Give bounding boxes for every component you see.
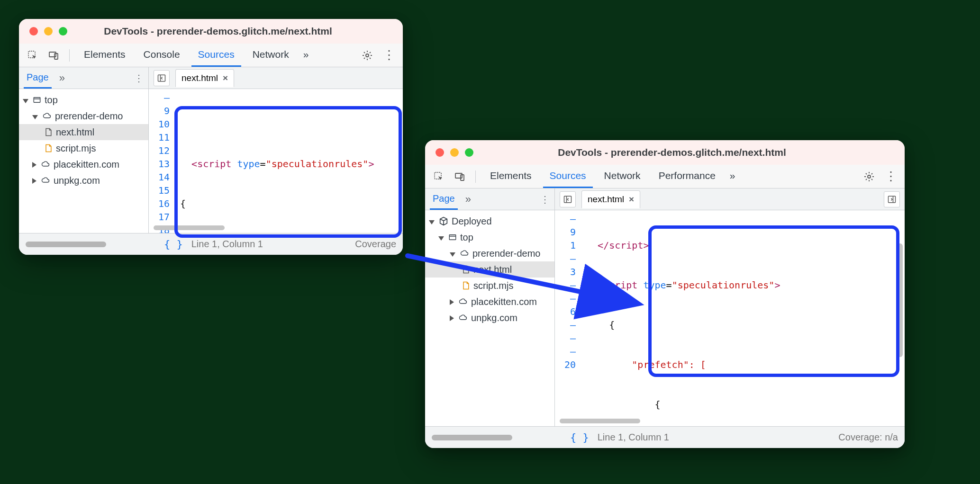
vertical-scrollbar[interactable] — [897, 243, 903, 357]
file-icon — [44, 143, 53, 153]
cursor-position: Line 1, Column 1 — [191, 239, 263, 250]
tab-sources[interactable]: Sources — [191, 44, 241, 67]
subtabs-overflow-icon[interactable]: » — [465, 193, 471, 206]
chevron-down-icon — [32, 111, 39, 122]
devtools-window-right: DevTools - prerender-demos.glitch.me/nex… — [425, 140, 905, 448]
horizontal-scrollbar[interactable] — [560, 419, 640, 423]
tree-item-script-mjs[interactable]: script.mjs — [425, 278, 554, 294]
window-title: DevTools - prerender-demos.glitch.me/nex… — [82, 26, 354, 37]
tab-elements[interactable]: Elements — [483, 165, 538, 188]
tree-item-unpkg[interactable]: unpkg.com — [425, 310, 554, 326]
tree-label: prerender-demo — [472, 248, 540, 259]
device-toolbar-icon[interactable] — [45, 47, 62, 63]
close-icon[interactable] — [29, 27, 38, 36]
gear-icon[interactable] — [359, 47, 375, 63]
tree-label: next.html — [473, 264, 512, 275]
svg-rect-6 — [34, 98, 40, 103]
tree-item-domain[interactable]: prerender-demo — [425, 245, 554, 261]
scrollbar-placeholder — [432, 435, 512, 440]
cloud-icon — [458, 314, 468, 322]
cloud-icon — [42, 112, 52, 120]
tree-label: top — [45, 95, 58, 106]
tree-item-script-mjs[interactable]: script.mjs — [19, 140, 148, 156]
horizontal-scrollbar[interactable] — [154, 225, 225, 230]
status-bar: { } Line 1, Column 1 Coverage: n/a — [425, 426, 905, 448]
page-tab[interactable]: Page — [24, 67, 52, 89]
cloud-icon — [458, 297, 468, 306]
tree-item-deployed[interactable]: Deployed — [425, 213, 554, 229]
subtabs-overflow-icon[interactable]: » — [59, 72, 65, 84]
tree-item-top[interactable]: top — [19, 92, 148, 108]
toggle-navigator-icon[interactable] — [154, 70, 170, 86]
code-editor[interactable]: – 9 10 11 12 13 14 15 16 17 18 19 – 20 — [149, 89, 403, 233]
tree-item-placekitten[interactable]: placekitten.com — [19, 156, 148, 172]
file-tab-next-html[interactable]: next.html × — [581, 190, 640, 208]
maximize-icon[interactable] — [59, 27, 67, 36]
file-icon — [44, 127, 53, 137]
window-icon — [32, 96, 42, 104]
tab-sources[interactable]: Sources — [543, 165, 593, 188]
kebab-icon[interactable]: ⋮ — [381, 47, 397, 63]
inspect-icon[interactable] — [431, 169, 447, 185]
page-tab[interactable]: Page — [430, 188, 458, 210]
tree-item-next-html[interactable]: next.html — [425, 261, 554, 278]
close-tab-icon[interactable]: × — [223, 73, 228, 83]
main-toolbar: Elements Sources Network Performance » ⋮ — [425, 165, 905, 188]
braces-icon[interactable]: { } — [164, 238, 183, 250]
line-gutter: – 9 10 11 12 13 14 15 16 17 18 19 – 20 — [149, 91, 174, 233]
tree-item-next-html[interactable]: next.html — [19, 124, 148, 140]
code-body: <script type="speculationrules"> { "pref… — [174, 91, 403, 233]
tree-item-domain[interactable]: prerender-demo — [19, 108, 148, 124]
coverage-status: Coverage: n/a — [838, 432, 898, 443]
file-tab-label: next.html — [588, 194, 624, 205]
window-icon — [448, 233, 457, 242]
titlebar: DevTools - prerender-demos.glitch.me/nex… — [19, 19, 403, 44]
tabs-overflow-icon[interactable]: » — [300, 44, 312, 67]
tree-label: top — [460, 232, 473, 243]
inspect-icon[interactable] — [25, 47, 41, 63]
code-editor[interactable]: – 9 1 – 3 – – 6 – – – 20 </script> <scri… — [555, 210, 905, 426]
tab-elements[interactable]: Elements — [77, 44, 132, 67]
chevron-down-icon — [23, 95, 29, 106]
file-tab-next-html[interactable]: next.html × — [175, 69, 234, 87]
svg-rect-1 — [49, 52, 56, 57]
tab-network[interactable]: Network — [246, 44, 296, 67]
minimize-icon[interactable] — [44, 27, 53, 36]
tree-label: Deployed — [452, 216, 492, 227]
main-toolbar: Elements Console Sources Network » ⋮ — [19, 44, 403, 67]
svg-rect-16 — [449, 235, 456, 240]
tree-item-top[interactable]: top — [425, 229, 554, 245]
file-icon — [461, 280, 471, 291]
maximize-icon[interactable] — [465, 148, 473, 157]
tab-console[interactable]: Console — [137, 44, 187, 67]
kebab-icon[interactable]: ⋮ — [883, 169, 899, 185]
tabs-overflow-icon[interactable]: » — [727, 165, 738, 188]
chevron-down-icon — [438, 232, 445, 243]
tree-label: next.html — [56, 127, 94, 138]
window-title: DevTools - prerender-demos.glitch.me/nex… — [488, 147, 856, 158]
file-tree: Deployed top prerender-demo next.html sc… — [425, 210, 555, 426]
chevron-right-icon — [450, 296, 455, 307]
close-icon[interactable] — [436, 148, 444, 157]
close-tab-icon[interactable]: × — [629, 194, 634, 205]
devtools-window-left: DevTools - prerender-demos.glitch.me/nex… — [19, 19, 403, 255]
tree-label: placekitten.com — [471, 296, 537, 307]
sources-subheader: Page » ⋮ next.html × — [19, 67, 403, 89]
tab-performance[interactable]: Performance — [652, 165, 722, 188]
kebab-icon[interactable]: ⋮ — [540, 194, 550, 205]
tab-network[interactable]: Network — [598, 165, 647, 188]
tree-item-unpkg[interactable]: unpkg.com — [19, 172, 148, 188]
toggle-debugger-icon[interactable] — [884, 191, 900, 207]
braces-icon[interactable]: { } — [570, 431, 589, 443]
tree-item-placekitten[interactable]: placekitten.com — [425, 294, 554, 310]
kebab-icon[interactable]: ⋮ — [134, 72, 144, 84]
file-tab-label: next.html — [181, 73, 218, 83]
device-toolbar-icon[interactable] — [452, 169, 468, 185]
cursor-position: Line 1, Column 1 — [598, 432, 669, 443]
toggle-navigator-icon[interactable] — [560, 191, 576, 207]
gear-icon[interactable] — [861, 169, 877, 185]
sources-subheader: Page » ⋮ next.html × — [425, 188, 905, 210]
traffic-lights — [29, 27, 67, 36]
chevron-right-icon — [450, 313, 455, 323]
minimize-icon[interactable] — [450, 148, 459, 157]
